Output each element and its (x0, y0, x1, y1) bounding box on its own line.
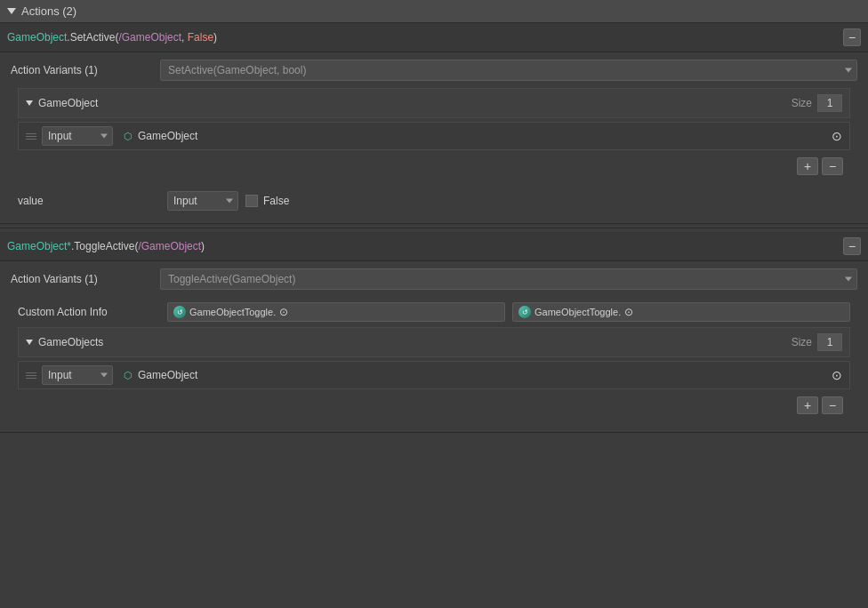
action2-gameobjects-collapse-icon[interactable] (26, 340, 33, 345)
action1-sig-part3: /GameObject (118, 31, 181, 44)
action2-drag-handle[interactable] (26, 372, 36, 379)
action2-custom-action-label: Custom Action Info (18, 306, 160, 318)
action2-script-name-2: GameObjectToggle. (534, 307, 621, 317)
action2-remove-item-button[interactable]: − (822, 396, 843, 414)
action2-input-row: Input ⬡ GameObject ⊙ (18, 361, 850, 389)
action1-input-row: Input ⬡ GameObject ⊙ (18, 122, 850, 150)
action1-signature: GameObject.SetActive(/GameObject, False) (7, 31, 217, 44)
action1-value-type-wrapper: Input (167, 191, 238, 211)
action1-sig-part5: False (188, 31, 213, 44)
action2-remove-button[interactable]: − (843, 237, 861, 255)
action2-header: GameObject*.ToggleActive(/GameObject) − (0, 232, 868, 261)
action1-add-remove-row: + − (18, 154, 850, 179)
action2-add-remove-row: + − (18, 393, 850, 418)
action1-gameobject-title: GameObject (38, 97, 98, 109)
drag-line-1 (26, 133, 36, 134)
action2-input-type-wrapper: Input (42, 365, 113, 385)
action2-gameobject-value: GameObject (138, 369, 197, 381)
action2-add-button[interactable]: + (797, 396, 818, 414)
action2-script-target-icon-2[interactable]: ⊙ (624, 306, 633, 318)
action2-size-value: 1 (817, 333, 842, 351)
action2-drag-line-2 (26, 375, 36, 376)
action1-size-label: Size (792, 97, 812, 109)
action1-sig-part6: ) (213, 31, 217, 44)
action2-gameobjects-header-left: GameObjects (26, 336, 103, 348)
action2-variants-label: Action Variants (1) (11, 273, 153, 285)
action2-gameobject-field: ⬡ GameObject (118, 366, 826, 384)
action2-script-target-icon-1[interactable]: ⊙ (279, 306, 288, 318)
action2-drag-line-1 (26, 372, 36, 373)
action2-script-name-1: GameObjectToggle. (189, 307, 276, 317)
action1-sig-part1: GameObject (7, 31, 67, 44)
action1-gameobject-section: GameObject Size 1 Input (11, 88, 857, 186)
action1-gameobject-value: GameObject (138, 130, 197, 142)
panel: Actions (2) GameObject.SetActive(/GameOb… (0, 0, 868, 433)
action1-variants-row: Action Variants (1) SetActive(GameObject… (11, 60, 857, 81)
action2-variants-row: Action Variants (1) ToggleActive(GameObj… (11, 268, 857, 290)
action1-gameobject-size: Size 1 (792, 94, 842, 112)
action2-body: Action Variants (1) ToggleActive(GameObj… (0, 261, 868, 432)
action1-body: Action Variants (1) SetActive(GameObject… (0, 52, 868, 223)
action1-variants-label: Action Variants (1) (11, 64, 153, 76)
action2-script-icon-2: ↺ (518, 306, 531, 318)
action2-drag-line-3 (26, 378, 36, 379)
drag-line-2 (26, 136, 36, 137)
action1-sig-part4: , (181, 31, 188, 44)
action2-gameobject-icon: ⬡ (124, 370, 133, 381)
action2-script-ref-1[interactable]: ↺ GameObjectToggle. ⊙ (167, 302, 505, 322)
action2-sig-part4: ) (201, 240, 205, 252)
action2-script-icon-1: ↺ (173, 306, 186, 318)
action1-gameobject-field: ⬡ GameObject (118, 127, 826, 145)
action1-size-value: 1 (817, 94, 842, 112)
action2-sig-part1: GameObject* (7, 240, 71, 252)
action2-target-icon[interactable]: ⊙ (832, 368, 842, 382)
action2-sig-part3: /GameObject (138, 240, 201, 252)
action1-sig-part2: .SetActive( (67, 31, 118, 44)
action1-value-row: value Input False (11, 186, 857, 216)
action1-drag-handle[interactable] (26, 133, 36, 140)
action2-gameobjects-title: GameObjects (38, 336, 103, 348)
action2-gameobjects-section: GameObjects Size 1 Input (11, 327, 857, 425)
action1-value-label: value (18, 195, 160, 207)
action1-add-button[interactable]: + (797, 157, 818, 175)
action-block-1: GameObject.SetActive(/GameObject, False)… (0, 23, 868, 224)
actions-title: Actions (2) (21, 4, 76, 18)
separator-1 (0, 228, 868, 228)
action1-false-label: False (263, 195, 289, 207)
action1-remove-item-button[interactable]: − (822, 157, 843, 175)
action2-size-label: Size (792, 336, 812, 348)
action1-checkbox-container: False (245, 195, 289, 207)
action1-gameobject-collapse-icon[interactable] (26, 100, 33, 106)
action-block-2: GameObject*.ToggleActive(/GameObject) − … (0, 232, 868, 433)
action1-checkbox[interactable] (245, 195, 258, 207)
action2-gameobjects-size: Size 1 (792, 333, 842, 351)
action1-value-type-dropdown[interactable]: Input (167, 191, 238, 211)
drag-line-3 (26, 139, 36, 140)
action1-gameobject-header: GameObject Size 1 (18, 88, 850, 118)
action1-gameobject-header-left: GameObject (26, 97, 98, 109)
actions-header: Actions (2) (0, 0, 868, 23)
action1-input-type-wrapper: Input (42, 126, 113, 146)
action1-variants-dropdown-container: SetActive(GameObject, bool) (160, 60, 857, 81)
action1-target-icon[interactable]: ⊙ (832, 129, 842, 143)
action2-gameobjects-header: GameObjects Size 1 (18, 327, 850, 357)
action2-custom-action-row: Custom Action Info ↺ GameObjectToggle. ⊙… (11, 297, 857, 327)
action2-variants-dropdown-container: ToggleActive(GameObject) (160, 268, 857, 290)
action2-input-type-dropdown[interactable]: Input (42, 365, 113, 385)
action2-sig-part2: .ToggleActive( (71, 240, 138, 252)
actions-collapse-icon[interactable] (7, 8, 16, 14)
action1-input-type-dropdown[interactable]: Input (42, 126, 113, 146)
action2-script-ref-2[interactable]: ↺ GameObjectToggle. ⊙ (512, 302, 850, 322)
action2-variants-dropdown[interactable]: ToggleActive(GameObject) (160, 268, 857, 290)
action1-header: GameObject.SetActive(/GameObject, False)… (0, 23, 868, 52)
action1-variants-dropdown[interactable]: SetActive(GameObject, bool) (160, 60, 857, 81)
action1-gameobject-icon: ⬡ (124, 131, 133, 142)
action1-remove-button[interactable]: − (843, 28, 861, 46)
action2-signature: GameObject*.ToggleActive(/GameObject) (7, 240, 205, 252)
